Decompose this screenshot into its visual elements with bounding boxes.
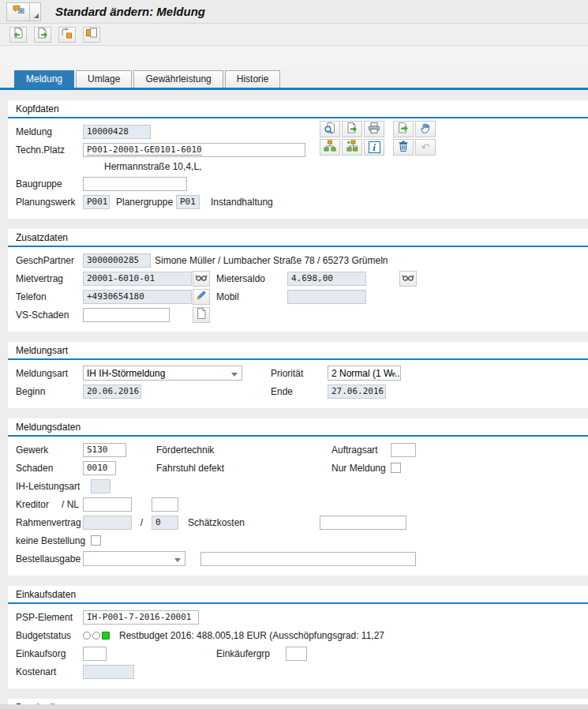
keinebestellung-label: keine Bestellung — [16, 535, 91, 546]
planergruppe-label: Planergruppe — [116, 197, 171, 208]
new-document-icon — [195, 307, 208, 322]
tab-historie[interactable]: Historie — [225, 70, 281, 88]
planungswerk-label: Planungswerk — [16, 197, 83, 208]
nurmeldung-label: Nur Meldung — [331, 463, 391, 474]
display-mietersaldo-button[interactable] — [399, 271, 417, 287]
undo-button[interactable]: ↶ — [415, 139, 436, 156]
print-button[interactable] — [364, 121, 384, 137]
goto-structure-icon — [61, 27, 73, 42]
telefon-label: Telefon — [16, 291, 83, 302]
copy-template-button[interactable] — [83, 27, 100, 43]
ihleistungsart-label: IH-Leistungsart — [16, 481, 91, 492]
meldungsart-dropdown[interactable]: IH IH-Störmeldung — [83, 366, 242, 381]
create-document-button[interactable] — [193, 307, 210, 323]
auftragsart-field[interactable] — [391, 443, 416, 457]
display-mietvertrag-button[interactable] — [193, 271, 210, 287]
document-flow-icon — [346, 122, 358, 137]
titlebar-menu-button[interactable] — [30, 2, 41, 21]
structure-expand-icon — [346, 140, 358, 155]
undo-icon: ↶ — [421, 142, 430, 152]
geschpartner-label: GeschPartner — [16, 255, 83, 266]
document-in-button[interactable] — [9, 27, 27, 43]
beginn-field: 20.06.2016 — [83, 385, 141, 399]
address-text: Hermannstraße 10,4,L, — [104, 161, 201, 172]
prioritaet-dropdown[interactable]: 2 Normal (1 W... — [328, 366, 401, 381]
glasses-icon — [402, 271, 414, 286]
print-icon — [368, 122, 380, 137]
delete-button[interactable] — [393, 139, 414, 156]
vsschaden-field[interactable] — [83, 308, 170, 322]
planergruppe-text: Instandhaltung — [211, 197, 273, 208]
tab-gewaehrleistung[interactable]: Gewährleistung — [133, 70, 223, 88]
technplatz-field[interactable]: P001-20001-GE0101-6010 — [83, 143, 305, 157]
hold-button[interactable] — [415, 121, 436, 137]
ihleistungsart-field — [91, 479, 110, 493]
kreditor-field[interactable] — [83, 497, 132, 512]
tab-umlage[interactable]: Umlage — [76, 70, 132, 88]
section-meldungsart: Meldungsart Meldungsart IH IH-Störmeldun… — [8, 342, 588, 408]
forward-button[interactable] — [393, 121, 414, 137]
schaden-text: Fahrstuhl defekt — [156, 463, 331, 474]
keinebestellung-checkbox[interactable] — [91, 535, 101, 546]
vsschaden-label: VS-Schaden — [16, 309, 83, 321]
nurmeldung-checkbox[interactable] — [391, 463, 401, 473]
schaetzkosten-field[interactable] — [320, 516, 406, 530]
einkaufsorg-field[interactable] — [83, 647, 107, 661]
section-title-meldungsart: Meldungsart — [8, 342, 588, 360]
gewerk-text: Fördertechnik — [156, 445, 331, 456]
gewerk-label: Gewerk — [16, 445, 83, 456]
document-in-icon — [12, 27, 24, 42]
beginn-label: Beginn — [16, 386, 83, 397]
tab-content: Kopfdaten Meldung 10000428 Techn.Platz P… — [0, 90, 588, 709]
einkaeufergrp-field[interactable] — [286, 647, 307, 661]
section-title-meldungsdaten: Meldungsdaten — [8, 418, 588, 437]
section-title-zusatzdaten: Zusatzdaten — [8, 229, 588, 247]
kopfdaten-actions: i — [320, 121, 436, 156]
section-kopfdaten: Kopfdaten Meldung 10000428 Techn.Platz P… — [8, 100, 588, 219]
einkaufsorg-label: Einkaufsorg — [16, 648, 83, 659]
pencil-icon — [195, 289, 208, 304]
application-toolbar — [0, 24, 588, 46]
structure-button[interactable] — [320, 139, 340, 156]
psp-field[interactable]: IH-P001-7-2016-20001 — [83, 610, 199, 625]
delete-icon — [397, 140, 410, 155]
section-einkaufsdaten: Einkaufsdaten PSP-Element IH-P001-7-2016… — [8, 586, 588, 688]
document-out-icon — [36, 27, 49, 42]
auftragsart-label: Auftragsart — [331, 445, 391, 456]
einkaeufergrp-label: Einkäufergrp — [216, 648, 286, 659]
page-title: Standard ändern: Meldung — [55, 5, 205, 18]
planungswerk-field: P001 — [83, 195, 110, 209]
info-button[interactable]: i — [364, 139, 384, 156]
bestellausgabe-text-field[interactable] — [200, 552, 416, 566]
goto-structure-button[interactable] — [58, 27, 76, 43]
baugruppe-field[interactable] — [83, 177, 187, 191]
bestellausgabe-dropdown[interactable] — [83, 551, 185, 566]
schaden-field[interactable]: 0010 — [83, 461, 116, 475]
structure-expand-button[interactable] — [342, 139, 362, 156]
bottom-scroll-band — [0, 704, 588, 709]
tab-strip: Meldung Umlage Gewährleistung Historie — [0, 69, 588, 88]
document-out-button[interactable] — [34, 27, 51, 43]
schaden-label: Schaden — [16, 463, 83, 474]
tab-meldung[interactable]: Meldung — [14, 70, 74, 88]
prioritaet-label: Priorität — [271, 368, 328, 379]
display-document-button[interactable] — [320, 121, 340, 137]
meldung-field: 10000428 — [83, 125, 151, 139]
gewerk-field[interactable]: S130 — [83, 443, 126, 457]
section-zusatzdaten: Zusatzdaten GeschPartner 3000000285 Simo… — [8, 229, 588, 332]
rahmenvertrag-field — [83, 516, 132, 530]
copy-template-icon — [85, 27, 98, 42]
ende-field: 27.06.2016 — [328, 385, 386, 399]
status-light-icon — [83, 632, 110, 640]
meldungsart-label: Meldungsart — [16, 368, 83, 379]
telefon-field: +4930654180 — [83, 290, 192, 304]
technplatz-label: Techn.Platz — [16, 144, 83, 156]
forward-icon — [397, 122, 410, 137]
schaetzkosten-label: Schätzkosten — [188, 517, 320, 528]
edit-phone-button[interactable] — [193, 289, 210, 305]
notification-icon-button[interactable] — [6, 2, 30, 21]
nl-field[interactable] — [152, 497, 178, 512]
baugruppe-label: Baugruppe — [16, 178, 83, 189]
document-flow-button[interactable] — [342, 121, 362, 137]
mietersaldo-label: Mietersaldo — [216, 273, 287, 284]
